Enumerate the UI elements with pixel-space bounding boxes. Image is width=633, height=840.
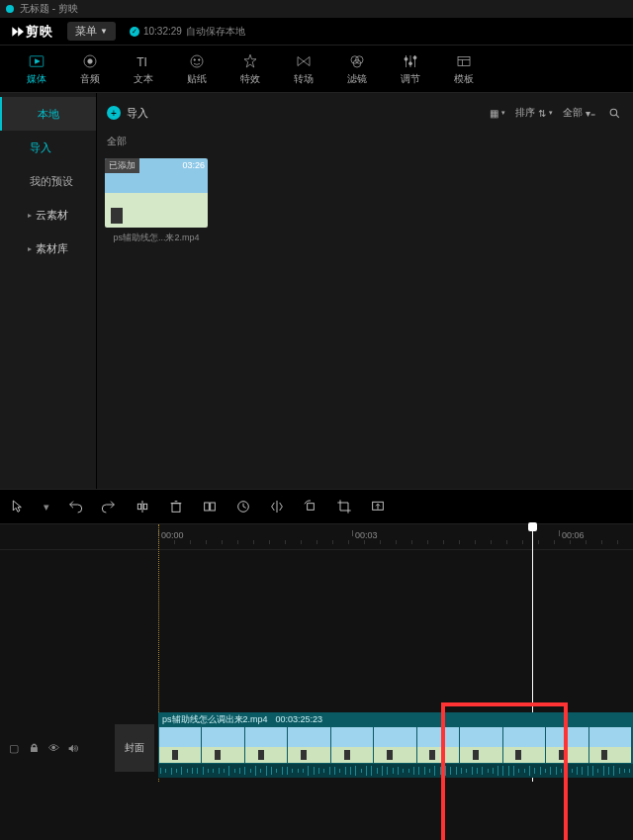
mute-icon[interactable]: 🔊︎	[67, 742, 79, 754]
collapse-icon[interactable]: ▢	[8, 742, 20, 754]
track-controls: ▢ 🔒︎ 👁︎ 🔊︎	[0, 724, 107, 772]
svg-point-6	[194, 58, 196, 60]
tab-media[interactable]: 媒体	[10, 46, 63, 93]
clip-name: ps辅助线怎么调出来2.mp4	[162, 713, 268, 726]
svg-rect-29	[211, 503, 216, 511]
tab-template[interactable]: 模板	[437, 46, 491, 93]
plus-icon: +	[107, 106, 121, 120]
clip-header: ps辅助线怎么调出来2.mp4 00:03:25:23	[158, 712, 633, 726]
import-button[interactable]: + 导入	[107, 106, 148, 121]
frame-thumb	[288, 727, 329, 763]
svg-point-16	[413, 55, 416, 58]
freeze-tool[interactable]	[202, 499, 218, 514]
pointer-menu[interactable]: ▾	[44, 499, 49, 514]
app-indicator-icon	[6, 5, 14, 13]
clip-duration: 00:03:25:23	[276, 714, 323, 724]
app-logo: 剪映	[10, 23, 53, 41]
frame-thumb	[245, 727, 287, 763]
media-grid: 已添加03:26ps辅助线怎...来2.mp4	[97, 150, 633, 252]
template-icon	[455, 52, 473, 70]
tab-filter[interactable]: 滤镜	[330, 46, 384, 93]
transition-icon	[295, 52, 313, 70]
svg-rect-24	[143, 504, 146, 509]
media-panel: + 导入 ▦▾ 排序 ⇅▾ 全部 ▾₌ 全部 已添加03:26ps辅助线怎...…	[97, 93, 633, 489]
effect-icon	[241, 52, 259, 70]
tab-sticker[interactable]: 贴纸	[170, 46, 224, 93]
frame-thumb	[460, 727, 501, 763]
svg-marker-1	[36, 58, 41, 63]
chevron-right-icon: ▸	[28, 211, 32, 220]
search-button[interactable]	[605, 104, 623, 122]
video-clip[interactable]: ps辅助线怎么调出来2.mp4 00:03:25:23	[158, 712, 633, 778]
speed-tool[interactable]	[235, 499, 251, 514]
clip-audio-wave	[158, 764, 633, 778]
sidebar-item-我的预设[interactable]: 我的预设	[0, 164, 96, 198]
svg-line-21	[616, 115, 619, 118]
svg-rect-23	[137, 504, 140, 509]
sidebar-item-素材库[interactable]: ▸素材库	[0, 232, 96, 265]
app-bar: 剪映 菜单▼ ✓ 10:32:29 自动保存本地	[0, 18, 633, 46]
frame-thumb	[331, 727, 373, 763]
sidebar-item-本地[interactable]: 本地	[0, 97, 96, 131]
menu-button[interactable]: 菜单▼	[67, 22, 116, 41]
added-badge: 已添加	[105, 158, 139, 173]
svg-point-20	[610, 109, 617, 116]
frame-thumb	[503, 727, 545, 763]
svg-point-7	[199, 58, 201, 60]
chevron-down-icon: ▼	[100, 27, 108, 36]
tab-audio[interactable]: 音频	[63, 46, 117, 93]
export-frame-tool[interactable]	[370, 499, 386, 514]
clip-thumbnails	[158, 726, 633, 764]
tab-transition[interactable]: 转场	[277, 46, 330, 93]
svg-point-5	[191, 55, 203, 67]
filter-button[interactable]: 全部 ▾₌	[563, 106, 595, 120]
ruler-mark: 00:00	[158, 530, 184, 536]
pointer-tool[interactable]	[10, 499, 26, 514]
mirror-tool[interactable]	[269, 499, 285, 514]
adjust-icon	[402, 52, 419, 70]
split-tool[interactable]	[135, 499, 150, 514]
rotate-tool[interactable]	[303, 499, 318, 514]
timeline-ruler[interactable]: 00:0000:0300:06	[0, 524, 633, 550]
frame-thumb	[546, 727, 588, 763]
top-tabs: 媒体音频TI文本贴纸特效转场滤镜调节模板	[0, 46, 633, 93]
track-area[interactable]: ▢ 🔒︎ 👁︎ 🔊︎ 封面 ps辅助线怎么调出来2.mp4 00:03:25:2…	[0, 550, 633, 788]
svg-rect-17	[458, 56, 470, 65]
timeline[interactable]: 00:0000:0300:06 ▢ 🔒︎ 👁︎ 🔊︎ 封面 ps辅助线怎么调出来…	[0, 524, 633, 840]
chevron-right-icon: ▸	[28, 244, 32, 253]
autosave-status: ✓ 10:32:29 自动保存本地	[130, 25, 245, 39]
media-name: ps辅助线怎...来2.mp4	[105, 228, 208, 244]
tab-adjust[interactable]: 调节	[384, 46, 437, 93]
sidebar-item-导入[interactable]: 导入	[0, 131, 96, 164]
cover-button[interactable]: 封面	[115, 724, 154, 772]
tab-text[interactable]: TI文本	[117, 46, 170, 93]
undo-tool[interactable]	[67, 499, 83, 514]
workspace: 本地导入我的预设▸云素材▸素材库 + 导入 ▦▾ 排序 ⇅▾ 全部 ▾₌ 全部 …	[0, 93, 633, 489]
sidebar-item-云素材[interactable]: ▸云素材	[0, 198, 96, 232]
window-titlebar: 无标题 - 剪映	[0, 0, 633, 18]
tab-effect[interactable]: 特效	[224, 46, 277, 93]
duration-label: 03:26	[182, 160, 205, 170]
crop-tool[interactable]	[336, 499, 352, 514]
media-item[interactable]: 已添加03:26ps辅助线怎...来2.mp4	[105, 158, 208, 244]
media-toolbar: + 导入 ▦▾ 排序 ⇅▾ 全部 ▾₌	[97, 93, 633, 133]
lock-icon[interactable]: 🔒︎	[28, 742, 40, 754]
category-all[interactable]: 全部	[97, 133, 633, 150]
text-icon: TI	[135, 52, 152, 70]
eye-icon[interactable]: 👁︎	[47, 742, 59, 754]
sort-button[interactable]: 排序 ⇅▾	[515, 106, 553, 120]
ruler-mark: 00:06	[559, 530, 585, 536]
filter-icon	[348, 52, 366, 70]
layout-toggle[interactable]: ▦▾	[490, 108, 505, 119]
sticker-icon	[188, 52, 206, 70]
frame-thumb	[202, 727, 243, 763]
redo-tool[interactable]	[101, 499, 117, 514]
frame-thumb	[374, 727, 415, 763]
delete-tool[interactable]	[168, 499, 184, 514]
frame-thumb	[417, 727, 459, 763]
svg-text:TI: TI	[136, 54, 147, 68]
svg-rect-25	[172, 504, 180, 513]
timeline-toolbar: ▾	[0, 489, 633, 524]
svg-point-15	[409, 61, 412, 64]
media-thumbnail: 已添加03:26	[105, 158, 208, 228]
